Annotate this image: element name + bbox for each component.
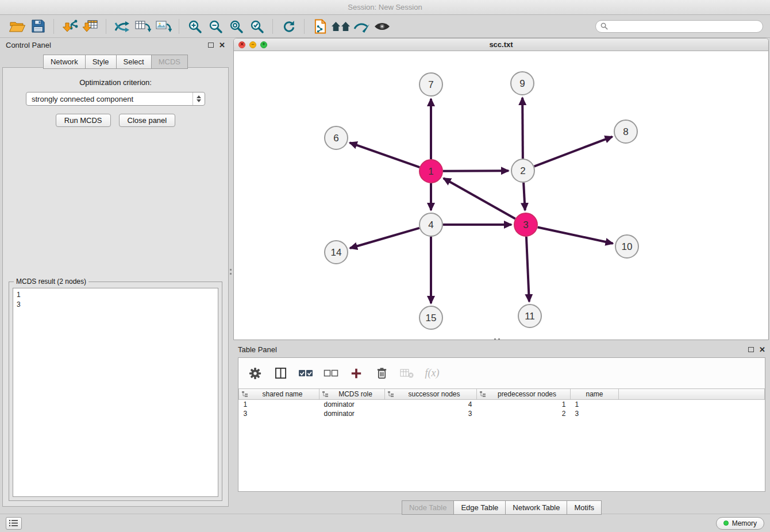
column-header-successor-nodes[interactable]: successor nodes [385,389,477,400]
cell-successor-nodes[interactable]: 4 [385,400,477,409]
show-columns-button[interactable] [272,365,289,381]
network-graph-svg[interactable]: 7968124314101511 [234,51,768,340]
task-history-button[interactable] [6,517,22,530]
graph-edge-3-11[interactable] [526,237,529,302]
graph-node-2[interactable]: 2 [511,159,534,182]
graph-node-label: 11 [525,311,535,322]
browser-home-button[interactable] [330,17,351,36]
graph-edge-1-2[interactable] [443,171,509,171]
memory-status-icon [723,521,729,526]
graph-node-10[interactable]: 10 [615,235,638,258]
graph-edge-3-1[interactable] [444,178,515,218]
float-window-icon[interactable] [748,347,754,352]
tab-network-table[interactable]: Network Table [505,500,567,515]
tab-motifs[interactable]: Motifs [567,500,602,515]
cell-mcds-role[interactable]: dominator [319,400,385,409]
graph-node-label: 10 [622,241,633,252]
cell-shared-name[interactable]: 3 [239,409,319,418]
open-session-button[interactable] [7,17,28,36]
zoom-in-button[interactable] [184,17,205,36]
function-builder-button[interactable]: f(x) [424,365,441,381]
create-column-button[interactable] [348,365,365,381]
cell-mcds-role[interactable]: dominator [319,409,385,418]
zoom-selected-button[interactable] [247,17,267,36]
graph-node-15[interactable]: 15 [419,306,442,329]
tab-network[interactable]: Network [43,55,85,69]
graph-edge-4-14[interactable] [350,228,419,248]
graph-node-3[interactable]: 3 [514,213,537,236]
graph-edge-3-10[interactable] [538,227,613,243]
horizontal-splitter-handle[interactable] [494,338,496,340]
close-panel-button[interactable]: Close panel [119,114,176,127]
tab-style[interactable]: Style [85,55,116,69]
cell-predecessor-nodes[interactable]: 2 [477,409,571,418]
trash-icon [376,367,387,379]
graph-node-11[interactable]: 11 [518,304,541,327]
delete-column-button[interactable] [373,365,390,381]
zoom-fit-button[interactable] [226,17,247,36]
export-network-button[interactable] [111,17,132,36]
vertical-splitter-handle[interactable] [230,269,232,271]
graph-node-label: 3 [523,219,528,230]
style-paint-button[interactable] [351,17,372,36]
tab-edge-table[interactable]: Edge Table [453,500,505,515]
table-row[interactable]: 3dominator323 [239,409,765,418]
cell-shared-name[interactable]: 1 [239,400,319,409]
zoom-in-icon [187,19,202,34]
import-table-button[interactable] [80,17,101,36]
toolbar-separator [106,19,106,34]
tab-mcds[interactable]: MCDS [151,55,188,69]
search-input[interactable] [611,22,758,30]
graph-node-label: 2 [520,165,525,176]
main-toolbar [0,15,770,38]
cell-predecessor-nodes[interactable]: 1 [477,400,571,409]
memory-label: Memory [732,519,757,527]
table-row[interactable]: 1dominator411 [239,400,765,409]
graph-node-7[interactable]: 7 [419,73,442,96]
graph-node-label: 15 [426,313,437,323]
network-canvas[interactable]: 7968124314101511 [234,51,768,340]
select-all-columns-button[interactable] [297,365,314,381]
memory-button[interactable]: Memory [716,517,764,530]
eye-toggle-button[interactable] [372,17,392,36]
cell-name[interactable]: 1 [571,400,619,409]
close-panel-icon[interactable]: ✕ [759,346,765,353]
document-export-button[interactable] [310,17,330,36]
delete-table-button[interactable] [398,365,415,381]
tab-node-table[interactable]: Node Table [402,500,454,515]
import-network-button[interactable] [59,17,80,36]
column-header-mcds-role[interactable]: MCDS role [319,389,385,400]
cell-name[interactable]: 3 [571,409,619,418]
column-header-name[interactable]: name [571,389,619,400]
run-mcds-button[interactable]: Run MCDS [56,114,111,127]
search-field[interactable] [595,20,763,33]
graph-edge-2-9[interactable] [522,98,523,159]
graph-node-1[interactable]: 1 [419,160,442,183]
table-panel: Table Panel ✕ [233,342,770,510]
export-image-button[interactable] [153,17,174,36]
close-panel-icon[interactable]: ✕ [219,41,225,49]
graph-edge-2-3[interactable] [523,183,525,210]
graph-node-label: 8 [623,126,628,137]
graph-edge-1-6[interactable] [350,142,420,167]
control-panel-tabs: Network Style Select MCDS [1,55,230,69]
criterion-dropdown[interactable]: strongly connected component [26,92,205,106]
zoom-out-button[interactable] [205,17,226,36]
mcds-result-text[interactable]: 1 3 [13,288,218,497]
graph-node-9[interactable]: 9 [511,72,534,95]
column-header-shared-name[interactable]: shared name [239,389,319,400]
table-settings-button[interactable] [247,365,264,381]
export-table-button[interactable] [132,17,153,36]
tab-select[interactable]: Select [116,55,151,69]
graph-node-4[interactable]: 4 [419,213,442,236]
column-header-predecessor-nodes[interactable]: predecessor nodes [477,389,571,400]
graph-node-8[interactable]: 8 [614,120,637,143]
save-session-button[interactable] [28,17,48,36]
graph-node-6[interactable]: 6 [325,126,348,149]
graph-node-14[interactable]: 14 [325,241,348,264]
refresh-view-button[interactable] [278,17,299,36]
unselect-all-columns-button[interactable] [322,365,340,381]
float-window-icon[interactable] [208,43,214,48]
graph-edge-2-8[interactable] [534,137,613,167]
cell-successor-nodes[interactable]: 3 [385,409,477,418]
